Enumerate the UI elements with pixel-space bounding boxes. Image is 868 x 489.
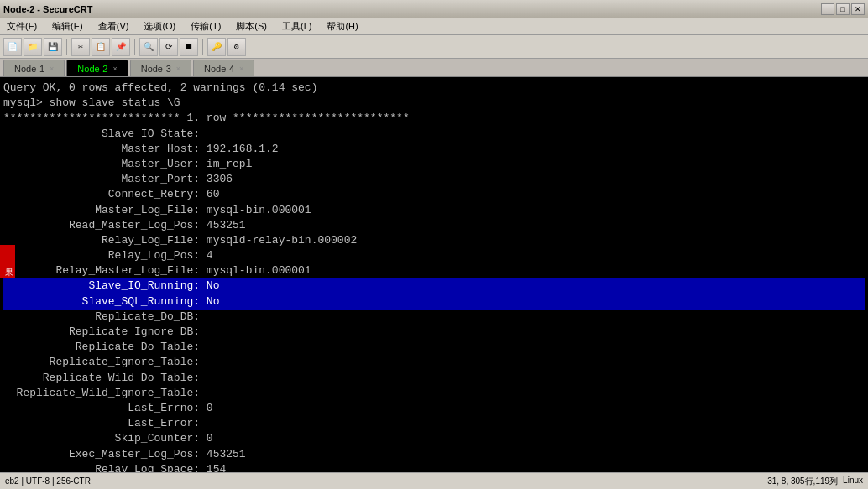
toolbar-btn-8[interactable]: ⟳ [159,38,178,56]
toolbar-sep-1 [66,39,67,55]
status-right: 31, 8, 305行,119列 Linux [767,476,863,487]
terminal-line-4: Slave_IO_State: [3,127,865,142]
terminal-line-10: Read_Master_Log_Pos: 453251 [3,218,865,233]
tab-close-node-2[interactable]: × [112,65,117,73]
tab-close-node-1[interactable]: × [50,65,54,73]
menu-bar: 文件(F)编辑(E)查看(V)选项(O)传输(T)脚本(S)工具(L)帮助(H) [0,18,868,35]
menu-item[interactable]: 帮助(H) [323,19,361,34]
toolbar-btn-9[interactable]: ⏹ [180,38,198,56]
toolbar-btn-11[interactable]: ⚙ [227,38,246,56]
toolbar-btn-10[interactable]: 🔑 [207,38,226,56]
terminal-line-8: Connect_Retry: 60 [3,187,865,202]
maximize-button[interactable]: □ [836,3,850,15]
minimize-button[interactable]: _ [821,3,834,15]
status-left: eb2 | UTF-8 | 256-CTR [5,476,91,486]
terminal-line-17: Replicate_Ignore_DB: [3,325,865,340]
terminal-line-19: Replicate_Ignore_Table: [3,355,865,370]
terminal-line-21: Replicate_Wild_Ignore_Table: [3,386,865,401]
terminal[interactable]: Query OK, 0 rows affected, 2 warnings (0… [0,77,868,472]
terminal-line-2: mysql> show slave status \G [3,96,865,111]
status-os: Linux [843,476,863,487]
terminal-line-5: Master_Host: 192.168.1.2 [3,142,865,157]
tab-close-node-3[interactable]: × [176,65,180,73]
tab-node-4[interactable]: Node-4× [193,60,254,76]
terminal-line-14: Slave_IO_Running: No [3,278,865,294]
terminal-line-0: Query OK, 0 rows affected, 2 warnings (0… [3,81,865,96]
toolbar: 📄 📁 💾 ✂ 📋 📌 🔍 ⟳ ⏹ 🔑 ⚙ [0,35,868,59]
terminal-line-3: *************************** 1. row *****… [3,111,865,126]
title-bar: Node-2 - SecureCRT _ □ ✕ [0,0,868,18]
terminal-line-16: Replicate_Do_DB: [3,310,865,325]
toolbar-btn-4[interactable]: ✂ [71,38,90,56]
toolbar-btn-2[interactable]: 📁 [24,38,42,56]
title-text: Node-2 - SecureCRT [3,4,92,14]
terminal-line-25: Exec_Master_Log_Pos: 453251 [3,447,865,462]
terminal-line-22: Last_Errno: 0 [3,401,865,416]
toolbar-btn-7[interactable]: 🔍 [139,38,158,56]
menu-item[interactable]: 工具(L) [279,19,315,34]
terminal-line-26: Relay_Log_Space: 154 [3,462,865,472]
toolbar-btn-1[interactable]: 📄 [3,38,22,56]
tab-node-1[interactable]: Node-1× [3,60,65,76]
status-position: 31, 8, 305行,119列 [767,476,838,487]
terminal-line-15: Slave_SQL_Running: No [3,294,865,310]
menu-item[interactable]: 文件(F) [3,19,40,34]
status-encoding: eb2 | UTF-8 | 256-CTR [5,476,91,486]
terminal-line-24: Skip_Counter: 0 [3,431,865,446]
tab-node-3[interactable]: Node-3× [130,60,191,76]
toolbar-sep-3 [202,39,203,55]
status-bar: eb2 | UTF-8 | 256-CTR 31, 8, 305行,119列 L… [0,472,868,489]
terminal-line-13: Relay_Master_Log_File: mysql-bin.000001 [3,263,865,278]
terminal-line-18: Replicate_Do_Table: [3,340,865,355]
window-controls[interactable]: _ □ ✕ [821,3,865,15]
close-button[interactable]: ✕ [851,3,865,15]
sidebar-arrow[interactable]: 果 [0,245,15,278]
menu-item[interactable]: 编辑(E) [49,19,86,34]
menu-item[interactable]: 查看(V) [95,19,133,34]
terminal-line-9: Master_Log_File: mysql-bin.000001 [3,203,865,218]
terminal-line-20: Replicate_Wild_Do_Table: [3,371,865,386]
toolbar-btn-3[interactable]: 💾 [44,38,62,56]
tab-node-2[interactable]: Node-2× [66,60,128,76]
terminal-line-23: Last_Error: [3,416,865,431]
toolbar-btn-5[interactable]: 📋 [92,38,110,56]
menu-item[interactable]: 传输(T) [187,19,224,34]
tab-close-node-4[interactable]: × [239,65,243,73]
tab-bar: Node-1×Node-2×Node-3×Node-4× [0,59,868,77]
toolbar-sep-2 [134,39,135,55]
menu-item[interactable]: 选项(O) [140,19,179,34]
terminal-line-12: Relay_Log_Pos: 4 [3,248,865,263]
toolbar-btn-6[interactable]: 📌 [112,38,130,56]
terminal-line-11: Relay_Log_File: mysqld-relay-bin.000002 [3,233,865,248]
menu-item[interactable]: 脚本(S) [233,19,270,34]
terminal-line-6: Master_User: im_repl [3,157,865,172]
terminal-line-7: Master_Port: 3306 [3,172,865,187]
